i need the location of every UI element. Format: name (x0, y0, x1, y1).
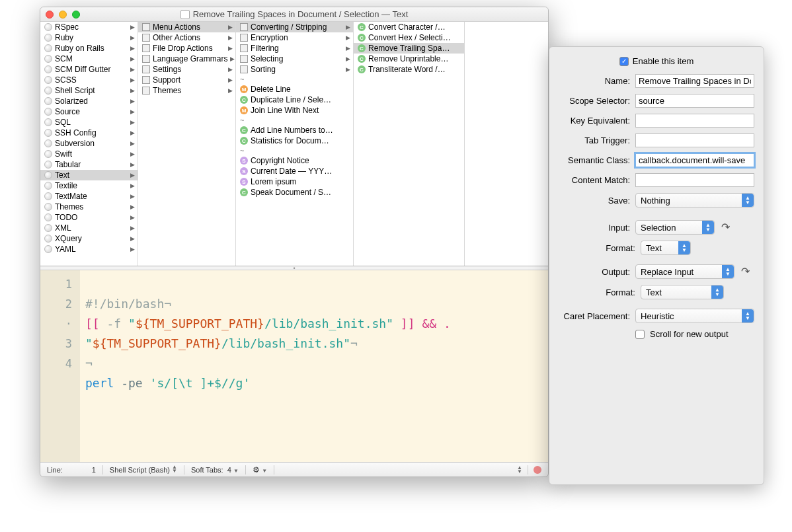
bundle-list[interactable]: RSpec▶Ruby▶Ruby on Rails▶SCM▶SCM Diff Gu… (40, 22, 138, 266)
name-field[interactable] (635, 74, 754, 88)
bundle-row[interactable]: Solarized▶ (40, 96, 138, 106)
scope-field[interactable] (635, 94, 754, 108)
code-token: " (386, 317, 393, 330)
command-icon: C (358, 65, 366, 73)
submenu-row[interactable]: SLorem ipsum (236, 176, 353, 187)
bundle-row[interactable]: XQuery▶ (40, 233, 138, 244)
command-icon: C (358, 34, 366, 42)
enable-checkbox[interactable]: ✓ (619, 57, 629, 66)
bundle-row[interactable]: Tabular▶ (40, 159, 138, 170)
zoom-button[interactable] (72, 11, 80, 19)
bundle-icon (44, 139, 52, 147)
output-select[interactable]: Replace Input▲▼ (635, 264, 734, 279)
window-title-text: Remove Trailing Spaces in Document / Sel… (193, 9, 409, 19)
bundle-row[interactable]: SCM Diff Gutter▶ (40, 64, 138, 75)
bundle-row[interactable]: Textile▶ (40, 180, 138, 191)
folder-icon (142, 76, 150, 84)
snippet-icon: S (240, 157, 248, 165)
submenu-row[interactable]: Selecting▶ (236, 54, 353, 64)
bundle-row[interactable]: SSH Config▶ (40, 128, 138, 138)
bundle-row[interactable]: Ruby on Rails▶ (40, 43, 138, 54)
gear-icon[interactable]: ⚙ ▼ (253, 465, 267, 475)
category-row[interactable]: File Drop Actions▶ (138, 43, 235, 54)
bundle-row[interactable]: Subversion▶ (40, 138, 138, 149)
submenu-row[interactable]: CStatistics for Docum… (236, 135, 353, 146)
scroll-checkbox[interactable] (635, 330, 645, 339)
action-row[interactable]: CTransliterate Word /… (354, 64, 464, 75)
bundle-row[interactable]: Text▶ (40, 170, 138, 180)
save-select[interactable]: Nothing▲▼ (635, 193, 754, 208)
bundle-editor-window: Remove Trailing Spaces in Document / Sel… (40, 7, 549, 477)
category-row[interactable]: Support▶ (138, 75, 235, 85)
bundle-icon (44, 23, 52, 31)
category-row[interactable]: Settings▶ (138, 64, 235, 75)
bundle-row[interactable]: XML▶ (40, 223, 138, 233)
bundle-row[interactable]: YAML▶ (40, 244, 138, 254)
bundle-row[interactable]: TextMate▶ (40, 191, 138, 202)
bundle-icon (44, 192, 52, 200)
category-row[interactable]: Themes▶ (138, 85, 235, 96)
minimize-button[interactable] (59, 11, 67, 19)
menu-icon (240, 44, 248, 52)
scroll-label: Scroll for new output (650, 329, 729, 339)
submenu-list[interactable]: Converting / Stripping▶Encryption▶Filter… (236, 22, 354, 266)
content-match-field[interactable] (635, 173, 754, 187)
submenu-row[interactable]: Encryption▶ (236, 32, 353, 43)
submenu-row[interactable]: Sorting▶ (236, 64, 353, 75)
key-field[interactable] (635, 114, 754, 128)
submenu-row[interactable]: Converting / Stripping▶ (236, 22, 353, 32)
bundle-icon (44, 118, 52, 126)
record-icon[interactable] (534, 466, 541, 474)
traffic-lights (46, 11, 80, 19)
category-row[interactable]: Other Actions▶ (138, 32, 235, 43)
bundle-row[interactable]: SCM▶ (40, 54, 138, 64)
submenu-row[interactable]: CAdd Line Numbers to… (236, 125, 353, 135)
code-editor[interactable]: 12·34 #!/bin/bash¬ [[ -f "${TM_SUPPORT_P… (40, 270, 548, 462)
category-row[interactable]: Menu Actions▶ (138, 22, 235, 32)
curve-arrow-icon: ↷ (721, 221, 734, 234)
bundle-row[interactable]: RSpec▶ (40, 22, 138, 32)
category-row[interactable]: Language Grammars▶ (138, 54, 235, 64)
action-row[interactable]: CRemove Unprintable… (354, 54, 464, 64)
submenu-row[interactable]: SCopyright Notice (236, 155, 353, 166)
name-label: Name: (559, 76, 630, 86)
bundle-row[interactable]: Swift▶ (40, 149, 138, 159)
bundle-row[interactable]: Shell Script▶ (40, 85, 138, 96)
action-list[interactable]: CConvert Character /…CConvert Hex / Sele… (354, 22, 465, 266)
bundle-row[interactable]: Themes▶ (40, 202, 138, 212)
action-row[interactable]: CConvert Hex / Selecti… (354, 32, 464, 43)
close-button[interactable] (46, 11, 54, 19)
code-area[interactable]: #!/bin/bash¬ [[ -f "${TM_SUPPORT_PATH}/l… (80, 270, 548, 462)
language-selector[interactable]: Shell Script (Bash) ▲▼ (110, 465, 177, 474)
bundle-row[interactable]: Ruby▶ (40, 32, 138, 43)
bundle-row[interactable]: Source▶ (40, 106, 138, 117)
statusbar: Line: 1 Shell Script (Bash) ▲▼ Soft Tabs… (40, 462, 548, 476)
submenu-row[interactable]: Filtering▶ (236, 43, 353, 54)
caret-select[interactable]: Heuristic▲▼ (635, 309, 754, 323)
category-list[interactable]: Menu Actions▶Other Actions▶File Drop Act… (138, 22, 236, 266)
symbol-chooser[interactable]: ▲▼ (517, 466, 522, 474)
bundle-row[interactable]: TODO▶ (40, 212, 138, 223)
action-row[interactable]: CConvert Character /… (354, 22, 464, 32)
submenu-row[interactable]: SCurrent Date — YYY… (236, 166, 353, 176)
line-number: 3 (40, 334, 72, 354)
input-format-select[interactable]: Text▲▼ (641, 241, 691, 255)
code-token: && . (415, 317, 458, 330)
bundle-icon (44, 65, 52, 73)
action-row[interactable]: CRemove Trailing Spa… (354, 43, 464, 54)
semantic-field[interactable] (635, 153, 754, 167)
bundle-row[interactable]: SCSS▶ (40, 75, 138, 85)
tab-field[interactable] (635, 133, 754, 147)
input-select[interactable]: Selection▲▼ (635, 220, 715, 235)
command-icon: C (240, 137, 248, 145)
submenu-row[interactable]: MJoin Line With Next (236, 105, 353, 116)
submenu-row[interactable]: CSpeak Document / S… (236, 187, 353, 198)
key-label: Key Equivalent: (559, 116, 630, 126)
submenu-row[interactable]: MDelete Line (236, 84, 353, 95)
tabs-selector[interactable]: Soft Tabs: 4 ▼ (191, 466, 239, 474)
submenu-row[interactable]: CDuplicate Line / Sele… (236, 95, 353, 105)
bundle-row[interactable]: SQL▶ (40, 117, 138, 128)
bundle-icon (44, 44, 52, 52)
output-format-select[interactable]: Text▲▼ (641, 285, 724, 299)
code-token: " (128, 317, 136, 330)
